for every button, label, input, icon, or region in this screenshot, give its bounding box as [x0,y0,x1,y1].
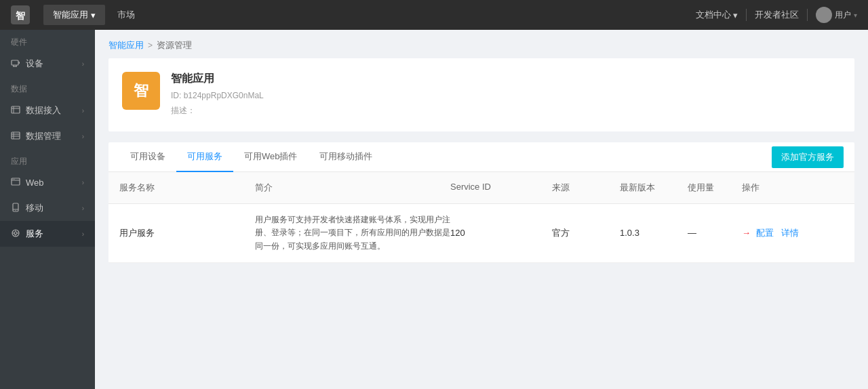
col-header-desc: 简介 [255,179,450,197]
breadcrumb-separator: > [148,41,153,50]
tab-available-devices[interactable]: 可用设备 [119,142,176,172]
username: 用户 [835,9,851,21]
chevron-right-icon4: › [82,179,84,186]
tabs-area: 可用设备 可用服务 可用Web插件 可用移动插件 添加官方服务 [108,142,854,263]
chevron-right-icon: › [82,60,84,68]
device-icon [11,58,20,70]
app-card: 智 智能应用 ID: b124ppRpDXG0nMaL 描述： [108,58,854,131]
service-id: 120 [450,225,552,241]
sidebar-item-web-label: Web [26,178,44,188]
service-name: 用户服务 [119,224,255,242]
col-header-action: 操作 [742,179,844,197]
chevron-right-icon2: › [82,107,84,115]
topnav: 智 智能应用 ▾ 市场 文档中心 ▾ 开发者社区 用户 ▾ [0,0,868,30]
table-header: 服务名称 简介 Service ID 来源 最新版本 使用量 操作 [108,172,854,204]
data-manage-icon [11,131,20,142]
svg-point-22 [14,232,17,234]
service-usage: — [688,225,742,241]
sidebar-item-web[interactable]: Web › [0,170,95,195]
sidebar-item-mobile-label: 移动 [26,202,43,214]
service-source: 官方 [552,224,620,242]
col-header-version: 最新版本 [620,179,688,197]
configure-link[interactable]: 配置 [756,228,774,238]
services-table: 服务名称 简介 Service ID 来源 最新版本 使用量 操作 用户服务 用… [108,172,854,263]
col-header-name: 服务名称 [119,179,255,197]
svg-point-17 [14,179,14,180]
mobile-icon [11,203,20,214]
breadcrumb-link[interactable]: 智能应用 [108,39,144,52]
add-official-service-button[interactable]: 添加官方服务 [772,146,844,168]
svg-rect-3 [19,62,20,64]
col-header-service-id: Service ID [450,179,552,197]
arrow-right-icon: → [742,228,751,238]
sidebar-section-hardware: 硬件 [0,30,95,51]
chevron-right-icon3: › [82,133,84,140]
app-name: 智能应用 [171,72,841,86]
detail-link[interactable]: 详情 [781,228,799,238]
main-layout: 硬件 设备 › 数据 数据接入 › [0,30,868,389]
sidebar-item-service[interactable]: 服务 › [0,221,95,247]
sidebar-item-data-manage[interactable]: 数据管理 › [0,123,95,149]
tabs-list: 可用设备 可用服务 可用Web插件 可用移动插件 [119,142,383,171]
topnav-right: 文档中心 ▾ 开发者社区 用户 ▾ [696,7,857,23]
app-desc: 描述： [171,104,841,119]
sidebar: 硬件 设备 › 数据 数据接入 › [0,30,95,389]
svg-point-16 [12,179,13,180]
tab-available-services[interactable]: 可用服务 [176,142,233,172]
service-actions: → 配置 详情 [742,224,844,242]
web-icon [11,177,20,188]
service-version: 1.0.3 [620,225,688,241]
breadcrumb: 智能应用 > 资源管理 [95,30,868,58]
col-header-source: 来源 [552,179,620,197]
topnav-menu: 智能应用 ▾ 市场 [43,5,696,25]
sidebar-item-data-input[interactable]: 数据接入 › [0,98,95,123]
col-header-usage: 使用量 [688,179,742,197]
avatar [816,7,832,23]
dev-community-btn[interactable]: 开发者社区 [755,9,799,21]
tabs-header: 可用设备 可用服务 可用Web插件 可用移动插件 添加官方服务 [108,142,854,172]
app-icon: 智 [122,72,160,110]
svg-rect-7 [12,106,20,113]
topnav-item-smart-app[interactable]: 智能应用 ▾ [43,5,105,25]
service-desc: 用户服务可支持开发者快速搭建账号体系，实现用户注册、登录等；在同一项目下，所有应… [255,211,450,255]
sidebar-item-device[interactable]: 设备 › [0,51,95,77]
sidebar-item-service-label: 服务 [26,228,43,240]
svg-rect-2 [12,60,18,65]
sidebar-item-device-label: 设备 [26,58,43,70]
sidebar-item-mobile[interactable]: 移动 › [0,195,95,221]
sidebar-item-data-input-label: 数据接入 [26,104,61,117]
logo: 智 [11,5,30,24]
svg-rect-10 [12,132,20,139]
service-icon [11,228,20,240]
sidebar-item-data-manage-label: 数据管理 [26,130,61,142]
svg-point-20 [15,209,16,210]
data-input-icon [11,105,20,117]
topnav-divider [746,9,747,21]
svg-text:智: 智 [15,10,25,21]
app-id: ID: b124ppRpDXG0nMaL [171,89,841,104]
content-area: 智能应用 > 资源管理 智 智能应用 ID: b124ppRpDXG0nMaL … [95,30,868,389]
tab-available-web-plugins[interactable]: 可用Web插件 [233,142,309,172]
sidebar-section-data: 数据 [0,77,95,98]
sidebar-section-app: 应用 [0,149,95,170]
app-info: 智能应用 ID: b124ppRpDXG0nMaL 描述： [171,72,841,118]
chevron-right-icon6: › [82,230,84,238]
topnav-item-market[interactable]: 市场 [108,5,144,25]
doc-center-btn[interactable]: 文档中心 ▾ [696,9,738,21]
breadcrumb-current: 资源管理 [157,39,192,52]
table-row: 用户服务 用户服务可支持开发者快速搭建账号体系，实现用户注册、登录等；在同一项目… [108,204,854,263]
user-area[interactable]: 用户 ▾ [816,7,857,23]
chevron-right-icon5: › [82,205,84,212]
tab-available-mobile-plugins[interactable]: 可用移动插件 [309,142,383,172]
topnav-divider2 [807,9,808,21]
